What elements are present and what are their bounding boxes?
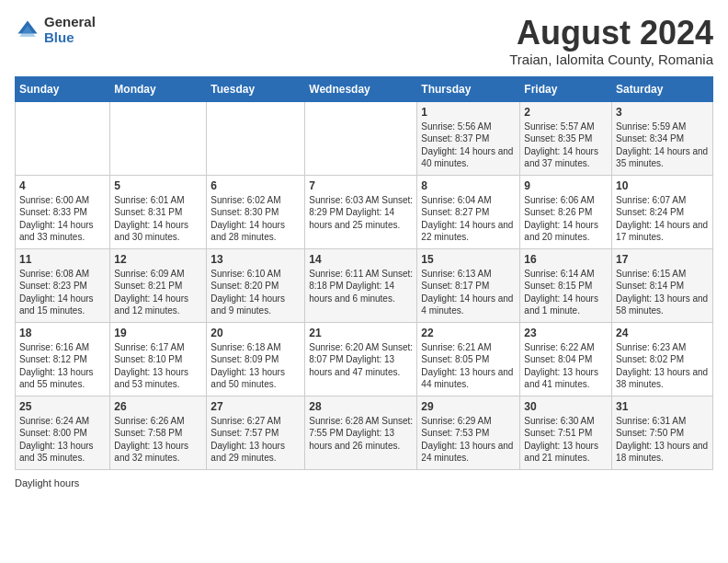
col-header-friday: Friday <box>520 76 612 101</box>
day-info: Sunrise: 6:02 AM Sunset: 8:30 PM Dayligh… <box>210 194 301 244</box>
day-number: 6 <box>210 179 301 192</box>
day-cell: 23Sunrise: 6:22 AM Sunset: 8:04 PM Dayli… <box>520 322 612 396</box>
page-header: General Blue August 2024 Traian, Ialomit… <box>15 15 713 67</box>
day-number: 8 <box>421 179 516 192</box>
day-number: 30 <box>524 400 608 413</box>
day-info: Sunrise: 5:59 AM Sunset: 8:34 PM Dayligh… <box>616 121 709 170</box>
day-number: 5 <box>114 179 202 192</box>
day-cell: 13Sunrise: 6:10 AM Sunset: 8:20 PM Dayli… <box>207 248 305 322</box>
day-cell: 12Sunrise: 6:09 AM Sunset: 8:21 PM Dayli… <box>110 248 207 322</box>
logo-general: General <box>44 15 96 30</box>
day-number: 24 <box>616 327 709 339</box>
footer: Daylight hours <box>15 477 713 488</box>
day-info: Sunrise: 6:24 AM Sunset: 8:00 PM Dayligh… <box>19 415 106 465</box>
day-info: Sunrise: 6:21 AM Sunset: 8:05 PM Dayligh… <box>421 341 516 391</box>
day-cell <box>110 101 207 175</box>
logo-text: General Blue <box>44 15 96 45</box>
logo: General Blue <box>15 15 96 45</box>
day-cell: 2Sunrise: 5:57 AM Sunset: 8:35 PM Daylig… <box>520 101 612 175</box>
day-number: 9 <box>524 179 608 192</box>
day-info: Sunrise: 6:03 AM Sunset: 8:29 PM Dayligh… <box>309 194 413 232</box>
day-number: 14 <box>309 253 413 266</box>
day-info: Sunrise: 6:23 AM Sunset: 8:02 PM Dayligh… <box>616 341 709 391</box>
day-number: 23 <box>524 327 608 339</box>
day-number: 26 <box>114 400 202 413</box>
col-header-wednesday: Wednesday <box>305 76 417 101</box>
day-info: Sunrise: 6:06 AM Sunset: 8:26 PM Dayligh… <box>524 194 608 244</box>
col-header-sunday: Sunday <box>16 76 110 101</box>
day-number: 1 <box>421 106 516 119</box>
day-cell: 10Sunrise: 6:07 AM Sunset: 8:24 PM Dayli… <box>612 175 713 248</box>
day-info: Sunrise: 5:57 AM Sunset: 8:35 PM Dayligh… <box>524 121 608 170</box>
day-cell: 19Sunrise: 6:17 AM Sunset: 8:10 PM Dayli… <box>110 322 207 396</box>
day-number: 21 <box>309 327 413 339</box>
week-row-2: 11Sunrise: 6:08 AM Sunset: 8:23 PM Dayli… <box>16 248 713 322</box>
day-number: 12 <box>114 253 202 266</box>
day-info: Sunrise: 6:31 AM Sunset: 7:50 PM Dayligh… <box>616 415 709 465</box>
day-info: Sunrise: 6:22 AM Sunset: 8:04 PM Dayligh… <box>524 341 608 391</box>
day-cell: 9Sunrise: 6:06 AM Sunset: 8:26 PM Daylig… <box>520 175 612 248</box>
day-info: Sunrise: 6:16 AM Sunset: 8:12 PM Dayligh… <box>19 341 106 391</box>
col-header-saturday: Saturday <box>612 76 713 101</box>
day-info: Sunrise: 6:29 AM Sunset: 7:53 PM Dayligh… <box>421 415 516 465</box>
day-info: Sunrise: 6:00 AM Sunset: 8:33 PM Dayligh… <box>19 194 106 244</box>
day-info: Sunrise: 6:17 AM Sunset: 8:10 PM Dayligh… <box>114 341 202 391</box>
week-row-0: 1Sunrise: 5:56 AM Sunset: 8:37 PM Daylig… <box>16 101 713 175</box>
day-cell: 22Sunrise: 6:21 AM Sunset: 8:05 PM Dayli… <box>417 322 520 396</box>
day-number: 27 <box>210 400 301 413</box>
day-number: 2 <box>524 106 608 119</box>
day-info: Sunrise: 6:07 AM Sunset: 8:24 PM Dayligh… <box>616 194 709 244</box>
day-cell: 3Sunrise: 5:59 AM Sunset: 8:34 PM Daylig… <box>612 101 713 175</box>
day-info: Sunrise: 6:28 AM Sunset: 7:55 PM Dayligh… <box>309 415 413 453</box>
day-info: Sunrise: 6:26 AM Sunset: 7:58 PM Dayligh… <box>114 415 202 465</box>
day-number: 28 <box>309 400 413 413</box>
header-row: SundayMondayTuesdayWednesdayThursdayFrid… <box>16 76 713 101</box>
day-info: Sunrise: 6:30 AM Sunset: 7:51 PM Dayligh… <box>524 415 608 465</box>
day-number: 22 <box>421 327 516 339</box>
day-cell: 29Sunrise: 6:29 AM Sunset: 7:53 PM Dayli… <box>417 396 520 469</box>
day-info: Sunrise: 6:13 AM Sunset: 8:17 PM Dayligh… <box>421 268 516 317</box>
day-cell: 20Sunrise: 6:18 AM Sunset: 8:09 PM Dayli… <box>207 322 305 396</box>
day-number: 25 <box>19 400 106 413</box>
week-row-3: 18Sunrise: 6:16 AM Sunset: 8:12 PM Dayli… <box>16 322 713 396</box>
logo-blue: Blue <box>44 30 96 46</box>
day-cell: 21Sunrise: 6:20 AM Sunset: 8:07 PM Dayli… <box>305 322 417 396</box>
day-number: 7 <box>309 179 413 192</box>
day-number: 15 <box>421 253 516 266</box>
day-info: Sunrise: 5:56 AM Sunset: 8:37 PM Dayligh… <box>421 121 516 170</box>
day-number: 16 <box>524 253 608 266</box>
week-row-4: 25Sunrise: 6:24 AM Sunset: 8:00 PM Dayli… <box>16 396 713 469</box>
day-info: Sunrise: 6:08 AM Sunset: 8:23 PM Dayligh… <box>19 268 106 317</box>
calendar-title: August 2024 <box>509 15 713 52</box>
day-info: Sunrise: 6:18 AM Sunset: 8:09 PM Dayligh… <box>210 341 301 391</box>
day-info: Sunrise: 6:10 AM Sunset: 8:20 PM Dayligh… <box>210 268 301 317</box>
day-cell: 18Sunrise: 6:16 AM Sunset: 8:12 PM Dayli… <box>16 322 110 396</box>
day-cell: 25Sunrise: 6:24 AM Sunset: 8:00 PM Dayli… <box>16 396 110 469</box>
day-cell <box>16 101 110 175</box>
logo-icon <box>15 17 40 43</box>
col-header-tuesday: Tuesday <box>207 76 305 101</box>
day-cell: 8Sunrise: 6:04 AM Sunset: 8:27 PM Daylig… <box>417 175 520 248</box>
day-number: 29 <box>421 400 516 413</box>
day-info: Sunrise: 6:04 AM Sunset: 8:27 PM Dayligh… <box>421 194 516 244</box>
day-info: Sunrise: 6:20 AM Sunset: 8:07 PM Dayligh… <box>309 341 413 379</box>
day-info: Sunrise: 6:14 AM Sunset: 8:15 PM Dayligh… <box>524 268 608 317</box>
day-number: 18 <box>19 327 106 339</box>
col-header-monday: Monday <box>110 76 207 101</box>
day-number: 31 <box>616 400 709 413</box>
day-cell <box>207 101 305 175</box>
day-cell: 4Sunrise: 6:00 AM Sunset: 8:33 PM Daylig… <box>16 175 110 248</box>
day-info: Sunrise: 6:09 AM Sunset: 8:21 PM Dayligh… <box>114 268 202 317</box>
day-cell: 30Sunrise: 6:30 AM Sunset: 7:51 PM Dayli… <box>520 396 612 469</box>
day-cell: 5Sunrise: 6:01 AM Sunset: 8:31 PM Daylig… <box>110 175 207 248</box>
calendar-subtitle: Traian, Ialomita County, Romania <box>509 52 713 67</box>
col-header-thursday: Thursday <box>417 76 520 101</box>
day-cell: 15Sunrise: 6:13 AM Sunset: 8:17 PM Dayli… <box>417 248 520 322</box>
day-cell: 17Sunrise: 6:15 AM Sunset: 8:14 PM Dayli… <box>612 248 713 322</box>
day-number: 10 <box>616 179 709 192</box>
day-cell: 14Sunrise: 6:11 AM Sunset: 8:18 PM Dayli… <box>305 248 417 322</box>
day-number: 13 <box>210 253 301 266</box>
day-info: Sunrise: 6:27 AM Sunset: 7:57 PM Dayligh… <box>210 415 301 465</box>
day-number: 17 <box>616 253 709 266</box>
day-info: Sunrise: 6:01 AM Sunset: 8:31 PM Dayligh… <box>114 194 202 244</box>
